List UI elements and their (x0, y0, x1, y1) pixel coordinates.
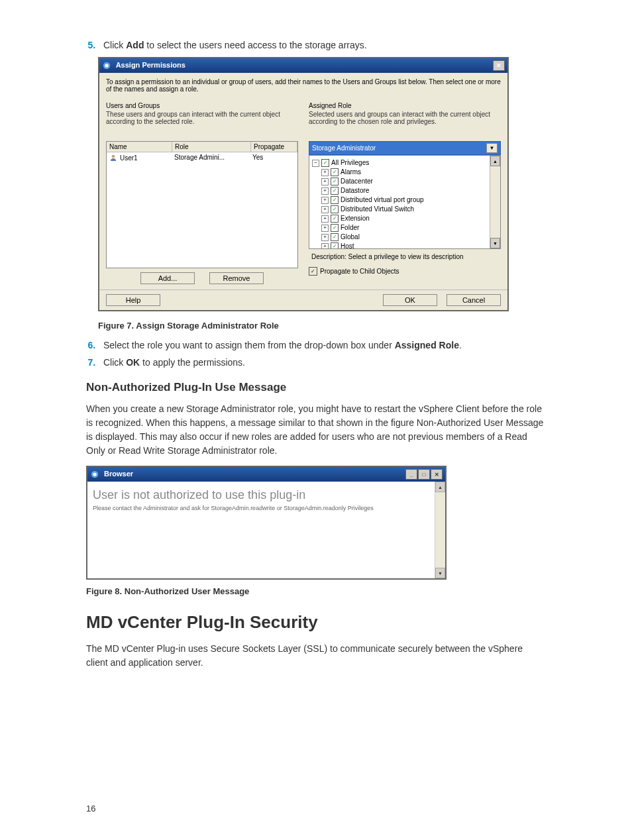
checkbox[interactable]: ✓ (331, 187, 339, 195)
user-icon (109, 154, 117, 162)
step-5-bold: Add (126, 40, 144, 50)
expand-icon[interactable]: + (321, 225, 329, 232)
tree-node[interactable]: Distributed virtual port group (341, 195, 424, 205)
svg-point-4 (93, 472, 96, 476)
tree-node[interactable]: Datastore (341, 186, 369, 195)
not-authorized-sub: Please contact the Administrator and ask… (93, 505, 440, 511)
assign-permissions-dialog: Assign Permissions ✕ To assign a permiss… (98, 57, 509, 311)
ok-button[interactable]: OK (383, 294, 437, 306)
expand-icon[interactable]: + (321, 234, 329, 241)
browser-dialog-title: Browser (104, 470, 133, 478)
app-icon (90, 470, 99, 479)
checkbox[interactable]: ✓ (331, 196, 339, 204)
app-icon (102, 61, 111, 70)
step-5-text: Click (103, 40, 126, 50)
table-row[interactable]: User1 Storage Admini... Yes (107, 152, 297, 163)
users-groups-list[interactable]: Name Role Propagate User1 Storage (106, 141, 298, 268)
minimize-icon[interactable]: _ (405, 469, 417, 480)
chevron-down-icon[interactable]: ▼ (486, 143, 498, 153)
privilege-description: Description: Select a privilege to view … (309, 253, 501, 260)
scrollbar[interactable]: ▲ ▼ (435, 482, 445, 578)
checkbox[interactable]: ✓ (331, 205, 339, 213)
expand-icon[interactable]: + (321, 178, 329, 185)
scroll-down-icon[interactable]: ▼ (490, 238, 500, 248)
step-6: Select the role you want to assign them … (98, 340, 546, 350)
expand-icon[interactable]: + (321, 243, 329, 250)
expand-icon[interactable]: + (321, 187, 329, 195)
tree-node[interactable]: Datacenter (341, 177, 373, 186)
tree-node[interactable]: Distributed Virtual Switch (341, 205, 414, 214)
maximize-icon[interactable]: □ (418, 469, 430, 480)
close-icon[interactable]: ✕ (431, 469, 443, 480)
step-6-bold: Assigned Role (395, 340, 459, 350)
checkbox[interactable]: ✓ (331, 233, 339, 241)
expand-icon[interactable]: + (321, 197, 329, 204)
role-dropdown[interactable]: Storage Administrator ▼ (309, 141, 501, 155)
figure-8-caption: Figure 8. Non-Authorized User Message (86, 586, 546, 596)
checkbox[interactable]: ✓ (331, 224, 339, 232)
not-authorized-heading: User is not authorized to use this plug-… (93, 488, 440, 502)
assigned-role-label: Assigned Role (309, 102, 501, 109)
expand-icon[interactable]: + (321, 169, 329, 176)
expand-icon[interactable]: + (321, 206, 329, 213)
row-name: User1 (120, 154, 138, 162)
scrollbar[interactable]: ▲ ▼ (490, 156, 500, 248)
checkbox[interactable]: ✓ (321, 159, 329, 167)
chapter-heading: MD vCenter Plug-In Security (86, 612, 546, 633)
propagate-label: Propagate to Child Objects (320, 268, 399, 275)
checkbox[interactable]: ✓ (331, 178, 339, 185)
tree-node[interactable]: All Privileges (331, 158, 369, 168)
help-button[interactable]: Help (106, 294, 160, 306)
remove-button[interactable]: Remove (209, 272, 264, 284)
assigned-role-desc: Selected users and groups can interact w… (309, 111, 501, 125)
scroll-up-icon[interactable]: ▲ (490, 156, 500, 166)
section-heading: Non-Authorized Plug-In Use Message (86, 381, 546, 394)
tree-node[interactable]: Folder (341, 223, 359, 233)
users-groups-desc: These users and groups can interact with… (106, 111, 298, 125)
step-7: Click OK to apply the permissions. (98, 357, 546, 368)
step-7-bold: OK (126, 357, 140, 368)
tree-node[interactable]: Extension (341, 214, 370, 223)
step-7-post: to apply the permissions. (140, 357, 245, 368)
privileges-tree[interactable]: −✓All Privileges +✓Alarms +✓Datacenter +… (309, 155, 501, 249)
chapter-body: The MD vCenter Plug-in uses Secure Socke… (86, 642, 546, 670)
col-name[interactable]: Name (107, 142, 172, 152)
close-icon[interactable]: ✕ (493, 60, 505, 71)
row-propagate: Yes (250, 152, 297, 163)
dialog-titlebar[interactable]: Assign Permissions ✕ (99, 58, 507, 73)
scroll-up-icon[interactable]: ▲ (435, 482, 445, 492)
scroll-down-icon[interactable]: ▼ (435, 568, 445, 578)
collapse-icon[interactable]: − (312, 160, 319, 167)
expand-icon[interactable]: + (321, 215, 329, 223)
checkbox[interactable]: ✓ (331, 242, 339, 249)
propagate-checkbox[interactable]: ✓ (309, 267, 317, 276)
section-body: When you create a new Storage Administra… (86, 402, 546, 458)
dialog-intro: To assign a permission to an individual … (106, 78, 501, 93)
svg-point-2 (112, 155, 115, 158)
col-propagate[interactable]: Propagate (251, 142, 297, 152)
row-role: Storage Admini... (172, 152, 250, 163)
step-5: Click Add to select the users need acces… (98, 40, 546, 50)
col-role[interactable]: Role (172, 142, 251, 152)
dialog-title: Assign Permissions (116, 61, 185, 69)
svg-point-1 (105, 64, 108, 67)
tree-node[interactable]: Host (341, 242, 354, 249)
step-7-text: Click (103, 357, 126, 368)
step-6-text: Select the role you want to assign them … (103, 340, 395, 350)
add-button[interactable]: Add... (140, 272, 195, 284)
tree-node[interactable]: Global (341, 233, 360, 242)
checkbox[interactable]: ✓ (331, 168, 339, 176)
cancel-button[interactable]: Cancel (447, 294, 501, 306)
checkbox[interactable]: ✓ (331, 215, 339, 223)
tree-node[interactable]: Alarms (341, 168, 361, 177)
step-5-post: to select the users need access to the s… (144, 40, 366, 50)
users-groups-label: Users and Groups (106, 102, 298, 109)
step-6-post: . (459, 340, 462, 350)
figure-7-caption: Figure 7. Assign Storage Administrator R… (98, 321, 546, 331)
browser-dialog: Browser _ □ ✕ User is not authorized to … (86, 466, 447, 580)
role-dropdown-value: Storage Administrator (312, 144, 376, 152)
